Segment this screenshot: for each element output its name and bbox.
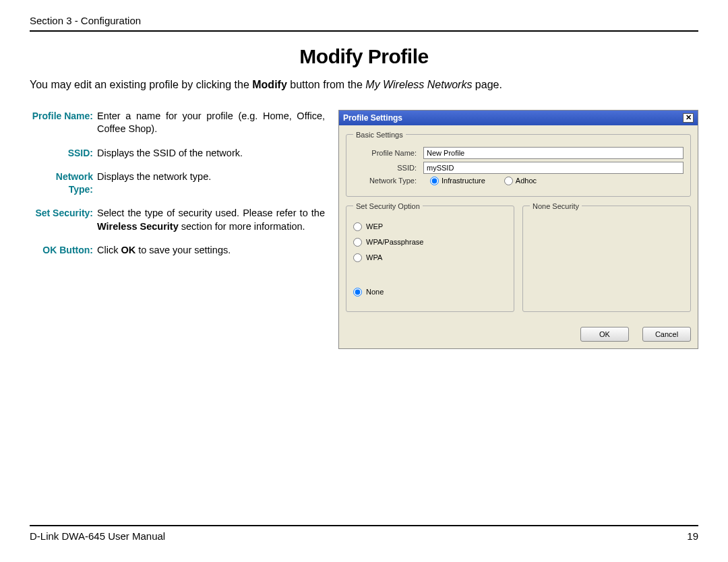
intro-pre: You may edit an existing profile by clic… xyxy=(30,79,252,90)
def-label: OK Button: xyxy=(30,244,97,257)
def-text-post: section for more information. xyxy=(179,221,305,232)
radio-none[interactable] xyxy=(353,288,362,296)
ssid-input[interactable] xyxy=(423,162,684,174)
close-icon[interactable]: ✕ xyxy=(683,113,694,123)
def-text: Displays the SSID of the network. xyxy=(97,147,325,160)
radio-wpa-pass[interactable] xyxy=(353,238,362,247)
def-ok-button: OK Button: Click OK to save your setting… xyxy=(30,244,325,257)
radio-adhoc[interactable] xyxy=(504,177,513,185)
intro-paragraph: You may edit an existing profile by clic… xyxy=(30,77,698,92)
cancel-button[interactable]: Cancel xyxy=(642,327,691,342)
radio-wep[interactable] xyxy=(353,222,362,231)
none-security-group: None Security xyxy=(522,202,691,312)
radio-label: WPA/Passphrase xyxy=(366,238,423,246)
def-set-security: Set Security: Select the type of securit… xyxy=(30,207,325,233)
def-text: Click OK to save your settings. xyxy=(97,244,325,257)
profile-settings-dialog: Profile Settings ✕ Basic Settings Profil… xyxy=(338,110,698,349)
intro-post: page. xyxy=(472,79,502,90)
dialog-titlebar: Profile Settings ✕ xyxy=(339,111,698,125)
network-type-infrastructure[interactable]: Infrastructure xyxy=(430,177,485,185)
def-label: SSID: xyxy=(30,147,97,160)
def-profile-name: Profile Name: Enter a name for your prof… xyxy=(30,110,325,136)
radio-label: Infrastructure xyxy=(442,177,485,185)
def-ssid: SSID: Displays the SSID of the network. xyxy=(30,147,325,160)
def-text-pre: Select the type of security used. Please… xyxy=(97,208,325,218)
footer-page-number: 19 xyxy=(687,530,698,542)
ok-button[interactable]: OK xyxy=(580,327,629,342)
security-wpa-passphrase[interactable]: WPA/Passphrase xyxy=(353,238,507,247)
def-text: Enter a name for your profile (e.g. Home… xyxy=(97,110,325,136)
def-label: Set Security: xyxy=(30,207,97,233)
def-text-bold: Wireless Security xyxy=(97,221,179,232)
radio-label: None xyxy=(366,288,384,296)
none-security-legend: None Security xyxy=(530,202,582,210)
intro-italic: My Wireless Networks xyxy=(365,79,472,90)
security-wep[interactable]: WEP xyxy=(353,222,507,231)
radio-infrastructure[interactable] xyxy=(430,177,439,185)
security-none[interactable]: None xyxy=(353,288,507,296)
def-label: Profile Name: xyxy=(30,110,97,136)
section-header: Section 3 - Configuration xyxy=(30,15,698,32)
security-option-legend: Set Security Option xyxy=(353,202,423,210)
def-text: Select the type of security used. Please… xyxy=(97,207,325,233)
profile-name-label: Profile Name: xyxy=(353,149,423,157)
def-label: Network Type: xyxy=(30,170,97,196)
basic-settings-group: Basic Settings Profile Name: SSID: Netwo… xyxy=(346,131,691,197)
dialog-title: Profile Settings xyxy=(343,113,402,123)
radio-wpa[interactable] xyxy=(353,253,362,262)
intro-mid: button from the xyxy=(287,79,366,90)
def-text-post: to save your settings. xyxy=(135,245,231,255)
ssid-label: SSID: xyxy=(353,164,423,172)
security-option-group: Set Security Option WEP WPA/Passphrase W… xyxy=(346,202,514,312)
radio-label: WEP xyxy=(366,222,383,230)
radio-label: Adhoc xyxy=(516,177,537,185)
profile-name-input[interactable] xyxy=(423,147,684,159)
def-text-pre: Click xyxy=(97,245,121,255)
def-text-bold: OK xyxy=(121,245,135,255)
network-type-adhoc[interactable]: Adhoc xyxy=(504,177,537,185)
footer-left: D-Link DWA-645 User Manual xyxy=(30,530,165,542)
radio-label: WPA xyxy=(366,253,382,261)
def-network-type: Network Type: Displays the network type. xyxy=(30,170,325,196)
basic-settings-legend: Basic Settings xyxy=(353,131,406,139)
def-text: Displays the network type. xyxy=(97,170,325,196)
security-wpa[interactable]: WPA xyxy=(353,253,507,262)
definition-list: Profile Name: Enter a name for your prof… xyxy=(30,110,325,268)
page-footer: D-Link DWA-645 User Manual 19 xyxy=(30,525,698,542)
page-title: Modify Profile xyxy=(30,45,698,68)
intro-bold: Modify xyxy=(252,79,287,90)
network-type-label: Network Type: xyxy=(353,177,423,185)
